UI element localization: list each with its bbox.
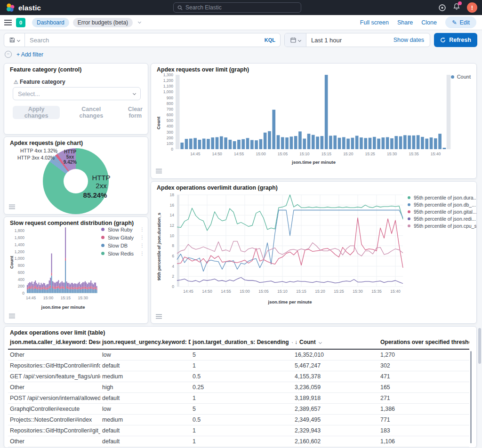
pie-label-2xx: HTTP2xx xyxy=(88,174,114,190)
stack-segment xyxy=(86,287,87,289)
column-header[interactable]: json.request_urgency.keyword: Des... xyxy=(100,336,191,349)
legend-toggle-icon[interactable] xyxy=(154,312,163,321)
breadcrumb-current: Error budgets (beta) xyxy=(73,18,133,27)
search-input[interactable] xyxy=(25,37,265,44)
breadcrumb-dashboard[interactable]: Dashboard xyxy=(32,18,69,27)
stack-segment xyxy=(75,289,76,293)
chevron-down-icon[interactable] xyxy=(138,20,141,23)
clear-form-button[interactable]: Clear form xyxy=(123,106,148,119)
global-search[interactable] xyxy=(173,2,301,13)
bar xyxy=(438,134,442,149)
apply-changes-button[interactable]: Apply changes xyxy=(13,106,60,119)
legend-toggle-icon[interactable] xyxy=(7,202,16,211)
user-avatar[interactable]: ! xyxy=(467,2,477,13)
bar xyxy=(421,137,424,149)
svg-text:200: 200 xyxy=(167,136,173,140)
pie-hole xyxy=(64,169,88,193)
add-filter-button[interactable]: + Add filter xyxy=(16,51,43,58)
bar xyxy=(394,136,398,149)
full-screen-button[interactable]: Full screen xyxy=(360,19,389,26)
kql-language-button[interactable]: KQL xyxy=(265,37,280,43)
table-cell: 1,386 xyxy=(378,403,469,414)
edit-button[interactable]: ✎Edit xyxy=(445,16,476,28)
table-cell: 0.5 xyxy=(191,414,293,425)
table-cell: GET /api/:version/feature_flags/unleash.… xyxy=(8,371,100,382)
y-axis-title: 95th percentile of json.duration_s xyxy=(157,213,161,280)
stack-segment xyxy=(74,283,75,287)
time-range-value[interactable]: Last 1 hour xyxy=(306,37,394,44)
svg-text:600: 600 xyxy=(18,270,24,275)
table-cell: 0.5 xyxy=(191,371,293,382)
chevron-down-icon xyxy=(133,91,136,95)
table-scrollbar[interactable] xyxy=(470,351,472,443)
svg-text:1,000: 1,000 xyxy=(15,256,25,261)
stack-segment xyxy=(34,289,35,293)
panel-title: Apdex requests (pie chart) xyxy=(10,140,83,146)
svg-text:15:40: 15:40 xyxy=(390,289,401,294)
global-search-input[interactable] xyxy=(185,4,297,11)
table-row[interactable]: GraphqlController#executelow52,389,6571,… xyxy=(8,403,469,414)
table-row[interactable]: GET /api/:version/feature_flags/unleash.… xyxy=(8,371,469,382)
share-button[interactable]: Share xyxy=(397,19,413,26)
cancel-changes-button[interactable]: Cancel changes xyxy=(72,106,110,119)
column-header[interactable]: Operations over specified threshold... xyxy=(378,336,469,349)
stack-segment xyxy=(73,289,74,293)
table-row[interactable]: Otherlow516,352,0101,270 xyxy=(8,349,469,360)
svg-text:500: 500 xyxy=(167,118,173,123)
stack-segment xyxy=(51,254,52,273)
table-row[interactable]: Otherhigh0.253,236,059165 xyxy=(8,382,469,392)
table-row[interactable]: POST /api/:version/internal/alloweddefau… xyxy=(8,392,469,403)
table-cell: low xyxy=(100,403,191,414)
stack-segment xyxy=(55,287,56,289)
table-cell: 1 xyxy=(191,436,293,447)
table-row[interactable]: Repositories::GitHttpController#info_ref… xyxy=(8,360,469,371)
table-row[interactable]: Repositories::GitHttpController#git_upl.… xyxy=(8,425,469,436)
svg-text:15:40: 15:40 xyxy=(431,152,441,156)
saved-query-menu-button[interactable] xyxy=(4,33,25,47)
clone-button[interactable]: Clone xyxy=(421,19,437,26)
chevron-down-icon[interactable] xyxy=(292,341,293,344)
filter-menu-icon[interactable]: − xyxy=(5,51,12,58)
stack-segment xyxy=(65,227,66,258)
elastic-logo[interactable]: elastic xyxy=(0,3,75,12)
deployment-icon[interactable] xyxy=(438,4,446,12)
feature-category-select[interactable]: Select... xyxy=(13,87,141,100)
stack-segment xyxy=(93,288,94,290)
stack-segment xyxy=(73,288,74,290)
bar xyxy=(329,136,332,149)
table-cell: Projects::NotesController#index xyxy=(8,414,100,425)
bar xyxy=(417,135,420,149)
svg-text:15:30: 15:30 xyxy=(353,289,363,294)
stack-segment xyxy=(85,289,86,293)
svg-text:14:50: 14:50 xyxy=(212,152,223,156)
bar xyxy=(189,139,193,149)
legend-toggle-icon[interactable] xyxy=(7,311,16,320)
show-dates-button[interactable]: Show dates xyxy=(394,37,430,43)
table-cell: default xyxy=(100,436,191,447)
kibana-dashboard: { "topbar": { "logo_text": "elastic", "s… xyxy=(0,0,482,448)
column-header[interactable]: json.target_duration_s: Descending xyxy=(191,336,293,349)
refresh-button[interactable]: Refresh xyxy=(434,33,477,47)
stack-segment xyxy=(27,285,28,288)
table-row[interactable]: Otherdefault12,160,6021,106 xyxy=(8,436,469,447)
stack-segment xyxy=(59,287,60,289)
legend-toggle-icon[interactable] xyxy=(154,166,163,176)
column-header[interactable]: ↓Count xyxy=(293,336,378,349)
stack-segment xyxy=(82,282,83,287)
stack-segment xyxy=(95,289,96,293)
date-quick-select-button[interactable] xyxy=(285,33,306,47)
stack-segment xyxy=(51,276,52,293)
menu-button[interactable] xyxy=(0,19,16,26)
notifications-button[interactable] xyxy=(453,3,460,12)
stack-segment xyxy=(36,287,37,289)
status-badge[interactable]: 0 xyxy=(16,18,25,27)
table-row[interactable]: Projects::NotesController#indexmedium0.5… xyxy=(8,414,469,425)
bar xyxy=(338,138,341,149)
stack-segment xyxy=(85,287,86,289)
column-header[interactable]: json.meta.caller_id.keyword: Desce... xyxy=(8,336,100,349)
page-scrollbar[interactable] xyxy=(478,328,481,364)
stack-segment xyxy=(83,289,84,293)
chevron-down-icon[interactable] xyxy=(319,341,322,344)
svg-text:18: 18 xyxy=(170,192,175,197)
stack-segment xyxy=(29,286,30,288)
